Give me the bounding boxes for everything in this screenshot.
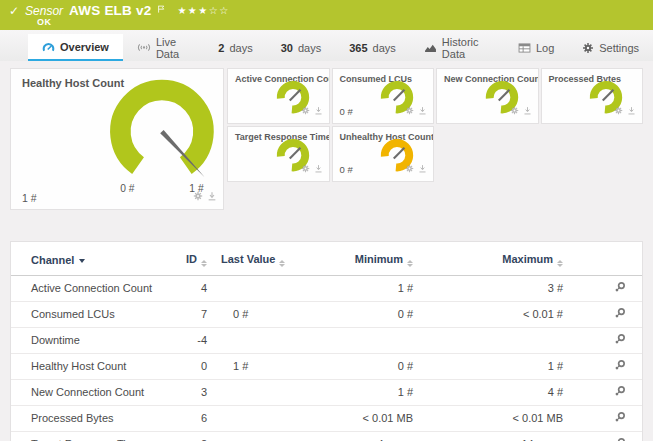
tab-label: Overview bbox=[60, 41, 109, 53]
tab-label: days bbox=[298, 42, 321, 54]
table-row: Downtime-4 bbox=[11, 328, 642, 354]
tab-log[interactable]: Log bbox=[504, 34, 568, 61]
channel-settings-icon[interactable] bbox=[614, 359, 626, 373]
gauge-panel-new-connection-count[interactable]: New Connection Count bbox=[436, 68, 539, 124]
overview-content: Healthy Host Count 0 # 1 # 1 # Active Co… bbox=[0, 61, 653, 441]
tab-label: Settings bbox=[599, 42, 639, 54]
gauge-current-value: 0 # bbox=[340, 106, 353, 117]
tab-bar: OverviewLive Data2days30days365daysHisto… bbox=[0, 30, 653, 61]
gauge-panel-unhealthy-host-count[interactable]: Unhealthy Host Count0 # bbox=[332, 126, 435, 182]
gauge-download-icon[interactable] bbox=[627, 101, 636, 119]
channel-maximum: 4 # bbox=[413, 380, 563, 406]
tab-label: Live Data bbox=[156, 36, 190, 60]
gauge-settings-icon[interactable] bbox=[510, 101, 519, 119]
priority-stars[interactable]: ★★★☆☆ bbox=[177, 5, 229, 16]
gauge-panel-target-response-time[interactable]: Target Response Time bbox=[227, 126, 330, 182]
channel-table-panel: Channel ID Last Value Minimum Maximum Ac… bbox=[10, 241, 643, 441]
channel-settings-icon[interactable] bbox=[614, 411, 626, 425]
channel-name: Processed Bytes bbox=[11, 406, 163, 432]
channel-settings-icon[interactable] bbox=[614, 333, 626, 347]
status-ok-check-icon: ✓ bbox=[9, 5, 19, 17]
channel-settings-icon[interactable] bbox=[614, 281, 626, 295]
channel-last-value bbox=[207, 406, 323, 432]
table-row: Processed Bytes6< 0.01 MB< 0.01 MB bbox=[11, 406, 642, 432]
gauge-icon bbox=[42, 41, 55, 52]
channel-settings-icon[interactable] bbox=[614, 385, 626, 399]
channel-name: Consumed LCUs bbox=[11, 302, 163, 328]
sort-both-icon bbox=[201, 260, 207, 267]
tab-label: days bbox=[373, 42, 396, 54]
channel-name: New Connection Count bbox=[11, 380, 163, 406]
log-icon bbox=[518, 43, 531, 53]
gauge-settings-icon[interactable] bbox=[301, 101, 310, 119]
table-row: Target Response Time24 msec14 msec bbox=[11, 432, 642, 441]
tab-2-days[interactable]: 2days bbox=[204, 34, 266, 61]
channel-name: Downtime bbox=[11, 328, 163, 354]
channel-last-value bbox=[207, 276, 323, 302]
column-header-id[interactable]: ID bbox=[163, 247, 207, 276]
channel-id: 2 bbox=[163, 432, 207, 441]
table-row: Healthy Host Count01 #0 #1 # bbox=[11, 354, 642, 380]
sort-both-icon bbox=[557, 260, 563, 267]
gauge-download-icon[interactable] bbox=[207, 187, 217, 205]
tab-live-data[interactable]: Live Data bbox=[123, 34, 204, 61]
column-header-last-value[interactable]: Last Value bbox=[207, 247, 323, 276]
gauge-settings-icon[interactable] bbox=[301, 159, 310, 177]
channel-table: Channel ID Last Value Minimum Maximum Ac… bbox=[11, 247, 642, 441]
channel-id: -4 bbox=[163, 328, 207, 354]
column-header-channel[interactable]: Channel bbox=[11, 247, 163, 276]
gauge-download-icon[interactable] bbox=[314, 101, 323, 119]
channel-minimum: 4 msec bbox=[323, 432, 413, 441]
table-row: Active Connection Count41 #3 # bbox=[11, 276, 642, 302]
channel-maximum: < 0.01 MB bbox=[413, 406, 563, 432]
gauge-settings-icon[interactable] bbox=[405, 159, 414, 177]
channel-last-value bbox=[207, 432, 323, 441]
channel-id: 3 bbox=[163, 380, 207, 406]
channel-last-value bbox=[207, 380, 323, 406]
tab-settings[interactable]: Settings bbox=[568, 34, 653, 61]
channel-last-value: 0 # bbox=[207, 302, 323, 328]
tab-historic-data[interactable]: Historic Data bbox=[410, 34, 504, 61]
gauge-download-icon[interactable] bbox=[523, 101, 532, 119]
gear-icon bbox=[582, 42, 594, 54]
gauge-panel-processed-bytes[interactable]: Processed Bytes bbox=[541, 68, 644, 124]
tab-number: 2 bbox=[218, 42, 224, 54]
sort-both-icon bbox=[407, 260, 413, 267]
table-row: Consumed LCUs70 #0 #< 0.01 # bbox=[11, 302, 642, 328]
priority-flag-icon[interactable] bbox=[157, 0, 165, 17]
channel-settings-icon[interactable] bbox=[614, 437, 626, 441]
channel-id: 7 bbox=[163, 302, 207, 328]
gauge-download-icon[interactable] bbox=[418, 159, 427, 177]
gauge-settings-icon[interactable] bbox=[193, 187, 203, 205]
gauge-settings-icon[interactable] bbox=[405, 101, 414, 119]
column-header-minimum[interactable]: Minimum bbox=[323, 247, 413, 276]
channel-minimum: 1 # bbox=[323, 380, 413, 406]
tab-label: Log bbox=[536, 42, 554, 54]
sensor-title: AWS ELB v2 bbox=[69, 3, 151, 18]
channel-settings-icon[interactable] bbox=[614, 307, 626, 321]
gauge-panel-consumed-lcus[interactable]: Consumed LCUs0 # bbox=[332, 68, 435, 124]
gauge-current-value: 1 # bbox=[22, 192, 37, 204]
channel-maximum: 3 # bbox=[413, 276, 563, 302]
sort-desc-icon bbox=[79, 259, 85, 263]
gauge-min-label: 0 # bbox=[120, 183, 135, 194]
tab-label: Historic Data bbox=[442, 36, 490, 60]
tab-365-days[interactable]: 365days bbox=[335, 34, 410, 61]
channel-name: Active Connection Count bbox=[11, 276, 163, 302]
gauge-section: Healthy Host Count 0 # 1 # 1 # Active Co… bbox=[10, 68, 643, 211]
small-gauge-grid: Active Connection CountConsumed LCUs0 #N… bbox=[227, 68, 643, 182]
gauge-download-icon[interactable] bbox=[314, 159, 323, 177]
column-header-maximum[interactable]: Maximum bbox=[413, 247, 563, 276]
gauge-panel-active-connection-count[interactable]: Active Connection Count bbox=[227, 68, 330, 124]
healthy-host-count-gauge: 0 # 1 # bbox=[95, 71, 231, 205]
gauge-current-value: 0 # bbox=[340, 164, 353, 175]
channel-minimum: < 0.01 MB bbox=[323, 406, 413, 432]
tab-30-days[interactable]: 30days bbox=[267, 34, 336, 61]
gauge-settings-icon[interactable] bbox=[614, 101, 623, 119]
tab-overview[interactable]: Overview bbox=[28, 34, 123, 61]
gauge-download-icon[interactable] bbox=[418, 101, 427, 119]
channel-id: 0 bbox=[163, 354, 207, 380]
tab-number: 365 bbox=[349, 42, 367, 54]
chart-icon bbox=[424, 43, 437, 53]
gauge-panel-healthy-host-count[interactable]: Healthy Host Count 0 # 1 # 1 # bbox=[10, 68, 224, 210]
